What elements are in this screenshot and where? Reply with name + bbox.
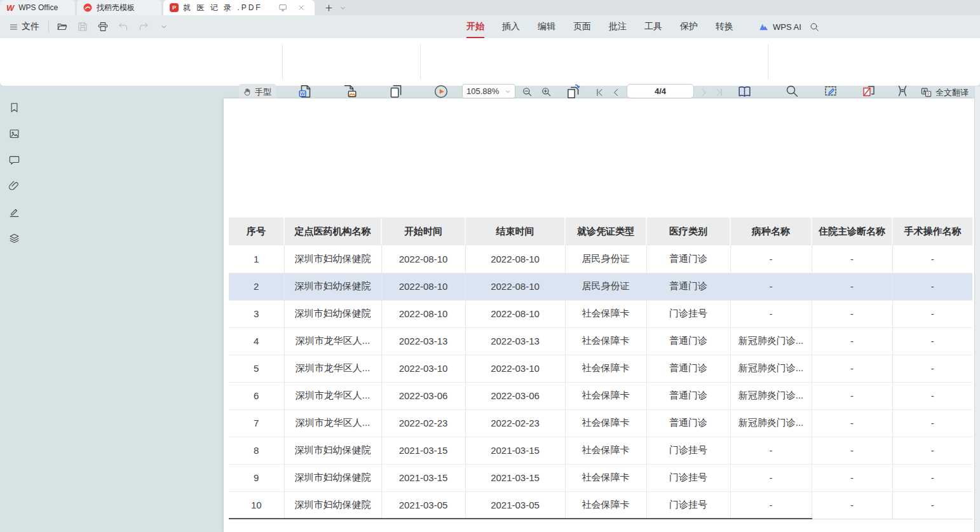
column-header: 就诊凭证类型 bbox=[565, 217, 646, 245]
column-header: 结束时间 bbox=[465, 217, 565, 245]
zoom-in-button[interactable] bbox=[538, 84, 554, 99]
table-header-row: 序号 定点医药机构名称 开始时间 结束时间 就诊凭证类型 医疗类别 病种名称 住… bbox=[229, 217, 972, 245]
save-button[interactable] bbox=[76, 20, 90, 34]
redo-button[interactable] bbox=[137, 20, 151, 34]
table-cell: 社会保障卡 bbox=[565, 382, 646, 409]
table-cell: 门诊挂号 bbox=[646, 437, 730, 464]
first-page-button[interactable] bbox=[592, 85, 606, 100]
page-number-input[interactable] bbox=[627, 84, 694, 99]
vertical-scrollbar[interactable] bbox=[974, 86, 980, 532]
full-translate-label: 全文翻译 bbox=[936, 87, 969, 99]
table-cell: 2021-03-15 bbox=[381, 464, 465, 491]
hamburger-icon bbox=[9, 22, 18, 32]
menu-tab-home[interactable]: 开始 bbox=[466, 20, 485, 34]
full-translate-button[interactable]: A文 全文翻译 bbox=[920, 86, 969, 99]
table-cell: - bbox=[892, 327, 972, 355]
table-cell: 2021-03-15 bbox=[381, 437, 465, 464]
menu-tab-protect[interactable]: 保护 bbox=[679, 20, 698, 34]
tab-label: WPS Office bbox=[18, 3, 58, 12]
table-cell: 2021-03-05 bbox=[465, 491, 565, 519]
table-cell: 普通门诊 bbox=[646, 382, 730, 409]
table-cell: 社会保障卡 bbox=[565, 491, 646, 519]
zoom-level-select[interactable]: 105.88% bbox=[462, 84, 515, 99]
wps-ai-button[interactable]: WPS AI bbox=[759, 15, 801, 38]
menu-tab-insert[interactable]: 插入 bbox=[501, 20, 521, 34]
wps-pdf-window: W WPS Office 找稻壳模板 P 就 医 记 录 .PDF bbox=[0, 0, 980, 532]
print-button[interactable] bbox=[96, 20, 110, 34]
table-cell: - bbox=[812, 245, 892, 273]
table-cell: 社会保障卡 bbox=[565, 409, 646, 437]
last-page-button[interactable] bbox=[712, 85, 726, 100]
undo-button[interactable] bbox=[116, 20, 130, 34]
table-row: 3深圳市妇幼保健院2022-08-102022-08-10社会保障卡门诊挂号--… bbox=[229, 300, 972, 327]
menu-tab-convert[interactable]: 转换 bbox=[715, 20, 734, 34]
menubar: 文件 开始 插入 编辑 页 bbox=[0, 15, 980, 38]
table-cell: - bbox=[892, 491, 972, 519]
table-cell: 居民身份证 bbox=[565, 273, 646, 300]
table-cell: - bbox=[892, 273, 972, 300]
hand-tool-button[interactable]: 手型 bbox=[239, 84, 276, 100]
zoom-out-button[interactable] bbox=[519, 84, 534, 99]
column-header: 医疗类别 bbox=[646, 217, 730, 245]
table-row: 8深圳市妇幼保健院2021-03-152021-03-15社会保障卡门诊挂号--… bbox=[229, 437, 972, 464]
menu-tab-page[interactable]: 页面 bbox=[573, 20, 592, 34]
table-row: 10深圳市妇幼保健院2021-03-052021-03-05社会保障卡门诊挂号-… bbox=[229, 491, 972, 519]
table-cell: 8 bbox=[229, 437, 284, 464]
titlebar: W WPS Office 找稻壳模板 P 就 医 记 录 .PDF bbox=[0, 0, 980, 15]
table-cell: 普通门诊 bbox=[646, 355, 730, 382]
hand-tool-label: 手型 bbox=[255, 86, 271, 98]
table-cell: - bbox=[812, 300, 892, 327]
attachment-icon[interactable] bbox=[7, 179, 21, 193]
bookmark-icon[interactable] bbox=[7, 100, 21, 114]
menu-tab-edit[interactable]: 编辑 bbox=[537, 20, 556, 34]
pdf-page[interactable]: 序号 定点医药机构名称 开始时间 结束时间 就诊凭证类型 医疗类别 病种名称 住… bbox=[224, 99, 974, 532]
table-cell: 深圳市龙华区人... bbox=[284, 327, 381, 355]
table-cell: 社会保障卡 bbox=[565, 355, 646, 382]
table-cell: 社会保障卡 bbox=[565, 437, 646, 464]
table-cell: - bbox=[812, 437, 892, 464]
tab-list-chevron-icon[interactable] bbox=[336, 0, 350, 15]
quickbar-chevron-icon[interactable] bbox=[157, 20, 171, 34]
table-cell: - bbox=[730, 245, 812, 273]
menu-tab-tools[interactable]: 工具 bbox=[644, 20, 663, 34]
left-sidebar bbox=[0, 86, 28, 532]
chevron-down-icon bbox=[505, 88, 511, 95]
tab-docer-templates[interactable]: 找稻壳模板 bbox=[77, 0, 161, 15]
full-translate-icon: A文 bbox=[920, 86, 932, 99]
table-cell: 深圳市妇幼保健院 bbox=[284, 464, 381, 491]
new-tab-button[interactable] bbox=[322, 0, 336, 15]
tab-medical-record-pdf[interactable]: P 就 医 记 录 .PDF bbox=[163, 0, 315, 15]
thumbnails-icon[interactable] bbox=[7, 126, 21, 140]
menubar-search-icon[interactable] bbox=[807, 20, 821, 34]
read-mode-icon bbox=[735, 83, 753, 100]
table-cell: 社会保障卡 bbox=[565, 300, 646, 327]
file-menu-button[interactable]: 文件 bbox=[6, 20, 42, 34]
close-tab-icon[interactable] bbox=[294, 0, 308, 15]
table-cell: 2022-08-10 bbox=[465, 273, 565, 300]
column-header: 定点医药机构名称 bbox=[284, 217, 381, 245]
table-cell: 门诊挂号 bbox=[646, 300, 730, 327]
signature-icon[interactable] bbox=[7, 205, 21, 219]
compress-icon bbox=[895, 83, 910, 99]
tab-wps-office[interactable]: W WPS Office bbox=[0, 0, 75, 15]
comment-icon[interactable] bbox=[7, 153, 21, 167]
table-cell: 2022-02-23 bbox=[465, 409, 565, 437]
table-cell: 2022-03-10 bbox=[381, 355, 465, 382]
table-cell: 门诊挂号 bbox=[646, 491, 730, 519]
previous-page-button[interactable] bbox=[609, 85, 623, 100]
open-file-button[interactable] bbox=[55, 20, 69, 34]
table-cell: 2022-03-10 bbox=[465, 355, 565, 382]
table-cell: - bbox=[812, 355, 892, 382]
table-cell: - bbox=[812, 464, 892, 491]
table-cell: - bbox=[730, 300, 812, 327]
next-page-button[interactable] bbox=[697, 85, 711, 100]
layers-icon[interactable] bbox=[7, 231, 21, 245]
table-cell: - bbox=[812, 491, 892, 519]
wps-ai-logo-icon bbox=[759, 22, 769, 32]
table-cell: 2021-03-05 bbox=[381, 491, 465, 519]
table-cell: 深圳市龙华区人... bbox=[284, 355, 381, 382]
menu-tab-comment[interactable]: 批注 bbox=[608, 20, 627, 34]
screen-share-icon[interactable] bbox=[276, 0, 290, 15]
table-cell: 1 bbox=[229, 245, 284, 273]
column-header: 住院主诊断名称 bbox=[812, 217, 892, 245]
